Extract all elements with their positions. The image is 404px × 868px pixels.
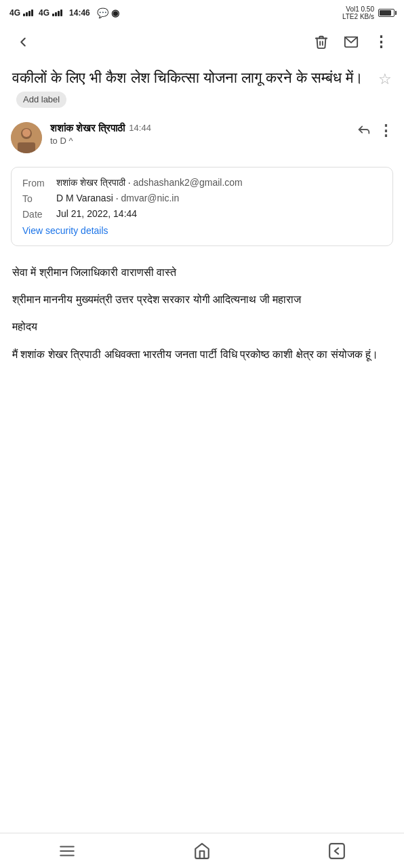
status-right: Vol1 0.50 LTE2 KB/s — [342, 5, 395, 20]
svg-point-4 — [22, 129, 31, 137]
subject-area: वकीलों के लिए भी कैश लेश चिकित्सा योजना … — [0, 60, 404, 115]
bottom-nav — [0, 833, 404, 868]
date-row: Date Jul 21, 2022, 14:44 — [22, 208, 382, 220]
avatar — [11, 122, 42, 153]
sender-name: शशांक शेखर त्रिपाठी — [50, 122, 125, 134]
to-row: To D M Varanasi · dmvar@nic.in — [22, 193, 382, 204]
view-security-button[interactable]: View security details — [22, 225, 382, 236]
subject-text: वकीलों के लिए भी कैश लेश चिकित्सा योजना … — [12, 68, 370, 110]
svg-rect-8 — [329, 844, 344, 859]
add-label-button[interactable]: Add label — [16, 92, 66, 108]
sender-more-button[interactable]: ⋮ — [378, 122, 393, 140]
delete-button[interactable] — [309, 30, 334, 54]
back-button[interactable] — [11, 30, 35, 54]
to-value: D M Varanasi · dmvar@nic.in — [56, 193, 382, 203]
network-info: Vol1 0.50 LTE2 KB/s — [342, 5, 374, 20]
bottom-spacer — [0, 411, 404, 446]
nav-menu-button[interactable] — [47, 837, 87, 865]
from-row: From शशांक शेखर त्रिपाठी · adshashank2@g… — [22, 177, 382, 189]
chat-icon: ◉ — [111, 7, 119, 18]
to-label: To — [22, 193, 56, 204]
body-line-4: मैं शशांक शेखर त्रिपाठी अधिवक्ता भारतीय … — [12, 346, 392, 363]
nav-icons-right: ⋮ — [309, 30, 393, 54]
body-line-1: सेवा में श्रीमान जिलाधिकारी वाराणसी वास्… — [12, 264, 392, 281]
from-value: शशांक शेखर त्रिपाठी · adshashank2@gmail.… — [56, 177, 382, 189]
battery-icon — [378, 9, 395, 17]
fade-overlay — [0, 384, 404, 411]
send-time: 14:44 — [129, 123, 151, 133]
nav-back-button[interactable] — [317, 837, 357, 865]
date-value: Jul 21, 2022, 14:44 — [56, 208, 382, 219]
sender-actions: ⋮ — [357, 122, 393, 140]
top-nav: ⋮ — [0, 24, 404, 60]
status-bar: 4G 4G 14:46 💬 ◉ Vol1 0.50 LTE2 KB/s — [0, 0, 404, 24]
star-button[interactable]: ☆ — [378, 71, 392, 88]
email-body: सेवा में श्रीमान जिलाधिकारी वाराणसी वास्… — [0, 253, 404, 384]
to-line: to D ^ — [50, 136, 348, 146]
date-label: Date — [22, 208, 56, 220]
signal-bars-2 — [52, 9, 62, 16]
mail-button[interactable] — [339, 30, 363, 54]
status-left: 4G 4G 14:46 💬 ◉ — [9, 7, 119, 18]
nav-home-button[interactable] — [182, 837, 222, 865]
time-display: 14:46 — [69, 8, 90, 18]
sender-row: शशांक शेखर त्रिपाठी 14:44 to D ^ ⋮ — [0, 115, 404, 160]
subject-content: वकीलों के लिए भी कैश लेश चिकित्सा योजना … — [12, 68, 378, 110]
message-icon: 💬 — [97, 7, 108, 18]
more-button[interactable]: ⋮ — [369, 30, 393, 54]
sender-info: शशांक शेखर त्रिपाठी 14:44 to D ^ — [50, 122, 348, 146]
speed-unit: LTE2 KB/s — [342, 13, 374, 20]
sender-name-line: शशांक शेखर त्रिपाठी 14:44 — [50, 122, 348, 134]
network-4g-1: 4G — [9, 8, 20, 18]
network-4g-2: 4G — [39, 8, 49, 18]
battery-fill — [380, 10, 391, 16]
vol-label: Vol1 0.50 — [342, 5, 374, 13]
svg-rect-3 — [18, 142, 35, 153]
body-line-2: श्रीमान माननीय मुख्यमंत्री उत्तर प्रदेश … — [12, 291, 392, 309]
reply-button[interactable] — [357, 122, 371, 140]
body-line-3: महोदय — [12, 318, 392, 336]
signal-bars-1 — [23, 9, 33, 16]
from-label: From — [22, 177, 56, 189]
details-card: From शशांक शेखर त्रिपाठी · adshashank2@g… — [11, 167, 393, 246]
